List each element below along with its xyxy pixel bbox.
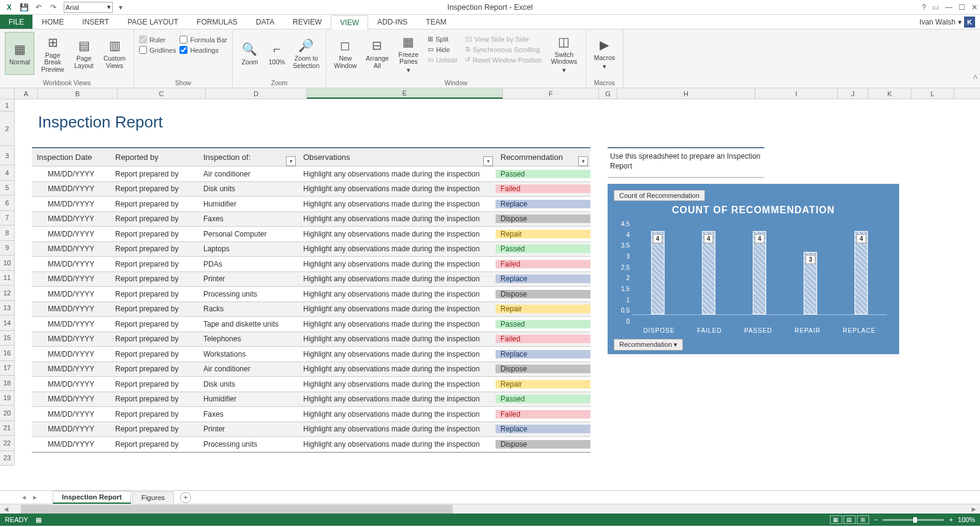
- cell-inspection[interactable]: Processing units: [198, 440, 298, 449]
- cell-reported[interactable]: Report prepared by: [110, 395, 198, 403]
- cell-reported[interactable]: Report prepared by: [110, 230, 198, 238]
- cell-date[interactable]: MM/DD/YYYY: [32, 170, 110, 178]
- cell-reported[interactable]: Report prepared by: [110, 245, 198, 253]
- zoom-level[interactable]: 100%: [958, 516, 975, 523]
- cell-date[interactable]: MM/DD/YYYY: [32, 275, 110, 283]
- table-row[interactable]: MM/DD/YYYYReport prepared byProcessing u…: [32, 287, 590, 302]
- cell-date[interactable]: MM/DD/YYYY: [32, 230, 110, 238]
- file-tab[interactable]: FILE: [0, 15, 32, 29]
- cell-inspection[interactable]: Workstations: [198, 350, 298, 358]
- cell-observations[interactable]: Highlight any observations made during t…: [298, 245, 496, 253]
- cell-observations[interactable]: Highlight any observations made during t…: [298, 214, 496, 223]
- split-button[interactable]: ⊞ Split: [426, 34, 459, 44]
- table-row[interactable]: MM/DD/YYYYReport prepared byAir conditio…: [32, 167, 590, 182]
- cell-observations[interactable]: Highlight any observations made during t…: [298, 395, 496, 403]
- hide-button[interactable]: ▭ Hide: [426, 45, 459, 54]
- zoom-button[interactable]: 🔍Zoom: [238, 32, 262, 75]
- ruler-check[interactable]: Ruler: [139, 36, 176, 44]
- col-header-C[interactable]: C: [118, 88, 206, 99]
- cell-reported[interactable]: Report prepared by: [110, 335, 198, 343]
- select-all-corner[interactable]: [0, 88, 15, 99]
- unhide-button[interactable]: ▭ Unhide: [426, 55, 459, 64]
- cell-recommendation[interactable]: Repair: [496, 380, 590, 389]
- col-header-L[interactable]: L: [911, 88, 954, 99]
- cell-reported[interactable]: Report prepared by: [110, 200, 198, 208]
- zoomtosel-button[interactable]: 🔎Zoom to Selection: [292, 32, 321, 75]
- cell-date[interactable]: MM/DD/YYYY: [32, 440, 110, 449]
- row-header-20[interactable]: 20: [0, 406, 15, 421]
- cell-inspection[interactable]: Racks: [198, 305, 298, 313]
- cell-date[interactable]: MM/DD/YYYY: [32, 410, 110, 419]
- view-layout-icon[interactable]: ▤: [843, 515, 856, 524]
- cell-inspection[interactable]: Printer: [198, 425, 298, 433]
- cell-reported[interactable]: Report prepared by: [110, 425, 198, 433]
- cell-reported[interactable]: Report prepared by: [110, 290, 198, 298]
- chart-field-pill[interactable]: Count of Recommendation: [614, 190, 705, 201]
- cell-recommendation[interactable]: Dispose: [496, 290, 590, 298]
- cell-observations[interactable]: Highlight any observations made during t…: [298, 440, 496, 449]
- table-row[interactable]: MM/DD/YYYYReport prepared byPDAsHighligh…: [32, 257, 590, 272]
- col-header-F[interactable]: F: [503, 88, 599, 99]
- macros-button[interactable]: ▶Macros▾: [591, 32, 618, 75]
- row-header-12[interactable]: 12: [0, 286, 15, 301]
- customviews-button[interactable]: ▥Custom Views: [100, 32, 129, 75]
- row-header-14[interactable]: 14: [0, 316, 15, 331]
- tab-nav-prev[interactable]: ◄: [18, 494, 29, 501]
- add-sheet-button[interactable]: +: [180, 492, 191, 503]
- tab-nav-next[interactable]: ►: [29, 494, 40, 501]
- cell-date[interactable]: MM/DD/YYYY: [32, 245, 110, 253]
- cell-date[interactable]: MM/DD/YYYY: [32, 200, 110, 208]
- cell-inspection[interactable]: Faxes: [198, 214, 298, 223]
- account-menu[interactable]: Ivan Walsh▾ K: [914, 15, 980, 29]
- col-reported-by[interactable]: Reported by: [110, 153, 198, 162]
- cell-inspection[interactable]: Faxes: [198, 410, 298, 419]
- row-header-11[interactable]: 11: [0, 271, 15, 286]
- col-header-J[interactable]: J: [838, 88, 869, 99]
- cell-inspection[interactable]: Laptops: [198, 245, 298, 253]
- table-row[interactable]: MM/DD/YYYYReport prepared byPersonal Com…: [32, 227, 590, 242]
- cell-reported[interactable]: Report prepared by: [110, 320, 198, 328]
- cell-date[interactable]: MM/DD/YYYY: [32, 425, 110, 433]
- col-header-K[interactable]: K: [869, 88, 911, 99]
- collapse-ribbon-icon[interactable]: ᐱ: [973, 74, 978, 80]
- cell-observations[interactable]: Highlight any observations made during t…: [298, 320, 496, 328]
- cell-recommendation[interactable]: Dispose: [496, 214, 590, 223]
- cell-reported[interactable]: Report prepared by: [110, 260, 198, 268]
- cell-inspection[interactable]: Air conditioner: [198, 365, 298, 373]
- pagebreak-button[interactable]: ⊞Page Break Preview: [38, 32, 67, 75]
- col-observations[interactable]: Observations▾: [298, 153, 496, 162]
- cell-recommendation[interactable]: Replace: [496, 350, 590, 358]
- cell-recommendation[interactable]: Failed: [496, 260, 590, 268]
- col-inspection-of[interactable]: Inspection of:▾: [198, 153, 298, 162]
- table-row[interactable]: MM/DD/YYYYReport prepared byHumidifierHi…: [32, 197, 590, 212]
- tab-home[interactable]: HOME: [32, 15, 73, 29]
- cell-observations[interactable]: Highlight any observations made during t…: [298, 335, 496, 343]
- cell-inspection[interactable]: Disk units: [198, 184, 298, 193]
- cell-observations[interactable]: Highlight any observations made during t…: [298, 410, 496, 419]
- cell-recommendation[interactable]: Repair: [496, 305, 590, 313]
- table-row[interactable]: MM/DD/YYYYReport prepared byPrinterHighl…: [32, 272, 590, 287]
- cell-reported[interactable]: Report prepared by: [110, 350, 198, 358]
- cell-reported[interactable]: Report prepared by: [110, 170, 198, 178]
- col-inspection-date[interactable]: Inspection Date: [32, 153, 110, 162]
- table-row[interactable]: MM/DD/YYYYReport prepared byFaxesHighlig…: [32, 212, 590, 227]
- col-recommendation[interactable]: Recommendation▾: [496, 153, 590, 162]
- cell-date[interactable]: MM/DD/YYYY: [32, 184, 110, 193]
- cell-inspection[interactable]: Air conditioner: [198, 170, 298, 178]
- freezepanes-button[interactable]: ▦Freeze Panes▾: [395, 32, 422, 75]
- cell-date[interactable]: MM/DD/YYYY: [32, 260, 110, 268]
- cell-recommendation[interactable]: Replace: [496, 275, 590, 283]
- view-normal-icon[interactable]: ▦: [830, 515, 842, 524]
- cell-observations[interactable]: Highlight any observations made during t…: [298, 290, 496, 298]
- cell-observations[interactable]: Highlight any observations made during t…: [298, 365, 496, 373]
- cell-inspection[interactable]: Telephones: [198, 335, 298, 343]
- cell-observations[interactable]: Highlight any observations made during t…: [298, 350, 496, 358]
- table-row[interactable]: MM/DD/YYYYReport prepared byLaptopsHighl…: [32, 242, 590, 257]
- close-icon[interactable]: ✕: [971, 3, 978, 12]
- cell-reported[interactable]: Report prepared by: [110, 305, 198, 313]
- cell-date[interactable]: MM/DD/YYYY: [32, 380, 110, 389]
- row-header-23[interactable]: 23: [0, 451, 15, 466]
- cell-recommendation[interactable]: Failed: [496, 184, 590, 193]
- table-row[interactable]: MM/DD/YYYYReport prepared byWorkstations…: [32, 347, 590, 362]
- table-row[interactable]: MM/DD/YYYYReport prepared byAir conditio…: [32, 362, 590, 377]
